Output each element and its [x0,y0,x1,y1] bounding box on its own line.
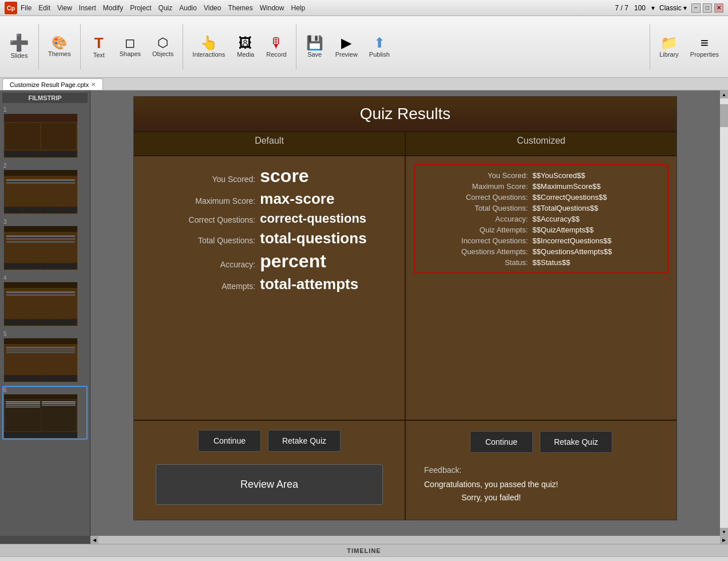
toolbar-library[interactable]: 📁 Library [655,34,683,60]
toolbar-publish[interactable]: ⬆ Publish [365,34,394,60]
toolbar-preview[interactable]: ▶ Preview [331,34,362,60]
menu-file[interactable]: File [21,4,31,12]
mini-btns-3 [4,263,77,270]
scroll-down-arrow[interactable]: ▼ [720,528,728,536]
toolbar-properties[interactable]: ≡ Properties [686,34,723,60]
mini-line-4a [6,291,75,293]
mini-btn-4c [41,320,58,325]
vertical-scrollbar[interactable]: ▲ ▼ [720,90,728,536]
menu-insert[interactable]: Insert [79,4,96,12]
shapes-label: Shapes [120,50,141,57]
left-continue-button[interactable]: Continue [198,430,261,452]
mini-btn-5b [41,376,76,381]
scroll-track-v[interactable] [720,98,728,528]
tab-bar: Customize Result Page.cptx ✕ [0,78,728,90]
review-area-container: Review Area [143,459,395,511]
custom-row-qattempts: Questions Attempts: $$QuestionsAttempts$… [418,247,664,256]
custom-scored-label: You Scored: [418,171,532,180]
close-button[interactable]: ✕ [714,3,723,13]
mini-line-5c [6,350,75,351]
feedback-text: Congratulations, you passed the quiz! So… [424,478,558,504]
toolbar-interactions[interactable]: 👆 Interactions [188,34,230,60]
menu-edit[interactable]: Edit [38,4,50,12]
window-controls[interactable]: − □ ✕ [691,3,723,13]
filmstrip-item-1[interactable]: 1 [2,105,88,159]
review-area-button[interactable]: Review Area [156,464,383,505]
mini-row-6g [42,405,76,406]
right-retake-button[interactable]: Retake Quiz [540,431,612,453]
filmstrip-item-5[interactable]: 5 [2,330,88,384]
toolbar-objects[interactable]: ⬡ Objects [148,34,178,60]
mini-row-6c [6,405,40,406]
filmstrip-item-2[interactable]: 2 [2,161,88,215]
tab-customize-result[interactable]: Customize Result Page.cptx ✕ [2,78,103,90]
scroll-thumb-v[interactable] [720,104,728,127]
menu-help[interactable]: Help [291,4,305,12]
mini-line-5d [6,352,75,353]
interactions-icon: 👆 [200,36,217,50]
menu-bar[interactable]: File Edit View Insert Modify Project Qui… [21,4,305,12]
toolbar-slides[interactable]: ➕ Slides [5,33,34,61]
horizontal-scrollbar[interactable]: ◀ ▶ [90,536,728,544]
custom-row-scored: You Scored: $$YouScored$$ [418,171,664,180]
mini-text-2 [5,177,76,206]
custom-quizattempts-value: $$QuizAttempts$$ [532,226,664,234]
tab-close-icon[interactable]: ✕ [91,81,96,88]
toolbar-text[interactable]: T Text [85,33,113,61]
toolbar-record[interactable]: 🎙 Record [262,34,291,60]
menu-modify[interactable]: Modify [103,4,123,12]
mini-col-2 [41,123,76,149]
menu-project[interactable]: Project [130,4,151,12]
menu-view[interactable]: View [57,4,72,12]
save-icon: 💾 [306,36,323,50]
menu-themes[interactable]: Themes [228,4,252,12]
maximize-button[interactable]: □ [703,3,712,13]
menu-video[interactable]: Video [204,4,221,12]
filmstrip-item-3[interactable]: 3 [2,218,88,271]
toolbar-themes[interactable]: 🎨 Themes [43,34,76,60]
mini-btn-1b [41,152,76,156]
mini-slide-3 [4,226,77,270]
scroll-left-arrow[interactable]: ◀ [90,536,98,544]
right-buttons-section: Continue Retake Quiz Feedback: Congratul… [406,421,676,520]
theme-selector[interactable]: Classic ▾ [659,4,687,12]
minimize-button[interactable]: − [691,3,701,13]
toolbar-shapes[interactable]: ◻ Shapes [115,34,145,60]
filmstrip-item-4[interactable]: 4 [2,274,88,327]
mini-title-3 [4,226,77,232]
properties-icon: ≡ [701,36,709,50]
text-icon: T [94,35,104,50]
menu-quiz[interactable]: Quiz [159,4,173,12]
filmstrip-item-6[interactable]: 6 [2,386,88,440]
column-headers: Default Customized [134,132,676,156]
slide-num-5: 5 [3,331,86,337]
timeline-bar: TIMELINE [0,544,728,556]
themes-label: Themes [48,50,71,57]
title-bar: Cp File Edit View Insert Modify Project … [0,0,728,16]
right-continue-button[interactable]: Continue [470,431,533,453]
custom-row-status: Status: $$Status$$ [418,258,664,267]
accuracy-label: Accuracy: [140,260,260,269]
custom-row-maxscore: Maximum Score: $$MaximumScore$$ [418,182,664,191]
menu-audio[interactable]: Audio [179,4,197,12]
mini-line-4b [6,294,75,296]
scroll-up-arrow[interactable]: ▲ [720,90,728,98]
left-retake-button[interactable]: Retake Quiz [268,430,341,452]
toolbar-save[interactable]: 💾 Save [301,34,329,60]
feedback-label: Feedback: [424,465,558,475]
mini-content-5 [4,344,77,375]
themes-icon: 🎨 [52,37,67,49]
title-bar-left: Cp File Edit View Insert Modify Project … [5,2,305,14]
default-row-total: Total Questions: total-questions [140,230,399,247]
status-bar: F:\Blogs\Customize Result Page.cptx Film… [0,556,728,561]
scroll-right-arrow[interactable]: ▶ [720,536,728,544]
custom-row-quizattempts: Quiz Attempts: $$QuizAttempts$$ [418,226,664,234]
mini-line-3b [6,238,75,240]
title-bar-right: 7 / 7 100 ▾ Classic ▾ − □ ✕ [615,3,723,13]
mini-content-4 [4,288,77,319]
correct-label: Correct Questions: [140,215,260,224]
toolbar-media[interactable]: 🖼 Media [232,34,259,60]
mini-btns-1 [4,151,77,157]
filmstrip-panel: FILMSTRIP 1 2 [0,90,90,536]
menu-window[interactable]: Window [260,4,284,12]
